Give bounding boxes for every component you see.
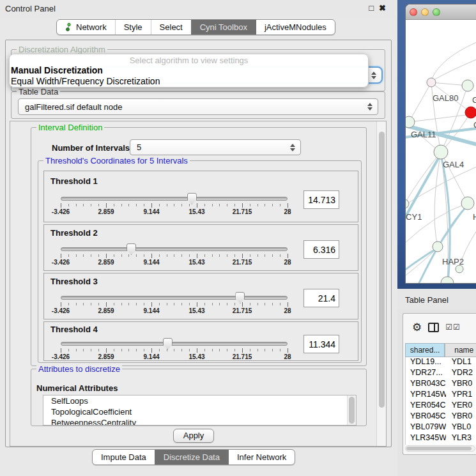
- column-header-name[interactable]: name: [445, 343, 476, 357]
- dropdown-prompt: Select algorithm to view settings: [10, 54, 368, 65]
- settings-scrollpane: Interval Definition Number of Intervals …: [10, 121, 387, 447]
- numerical-attributes-list[interactable]: SelfLoops TopologicalCoefficient Between…: [43, 395, 357, 426]
- table-panel-titlebar: Table Panel: [397, 291, 476, 309]
- node-label-partial-low-right: H: [473, 212, 476, 222]
- threshold-1-slider-handle[interactable]: [187, 193, 197, 204]
- table-toolbar: ⚙ ☑☑: [403, 314, 476, 341]
- mac-zoom-button[interactable]: [433, 8, 440, 16]
- tab-impute-data[interactable]: Impute Data: [93, 450, 155, 464]
- tab-select-label: Select: [160, 22, 183, 32]
- number-of-intervals-combobox[interactable]: 5: [130, 139, 301, 155]
- threshold-3-slider-handle[interactable]: [235, 292, 245, 303]
- list-item[interactable]: BetweennessCentrality: [43, 417, 356, 426]
- float-icon[interactable]: □: [369, 3, 374, 13]
- slider-tick-labels: -3.4262.8599.14415.4321.71528: [61, 259, 288, 266]
- apply-button[interactable]: Apply: [173, 429, 214, 443]
- table-row[interactable]: YBL079WYBL0: [406, 422, 476, 433]
- table-row[interactable]: YLR345WYLR3: [406, 433, 476, 444]
- slider-minor-ticks: [61, 349, 288, 351]
- table-horizontal-scrollbar[interactable]: [405, 445, 475, 452]
- tab-impute-data-label: Impute Data: [101, 452, 146, 462]
- node-partial-top-right[interactable]: [462, 80, 473, 91]
- node-hap2[interactable]: [433, 242, 443, 252]
- network-window[interactable]: GAL80 GA GAL11 C GAL4 GCY1 H HAP2: [405, 4, 476, 284]
- right-region: GAL80 GA GAL11 C GAL4 GCY1 H HAP2 Table …: [397, 0, 476, 476]
- select-columns-icon[interactable]: ☑☑: [445, 323, 461, 332]
- node-gal11[interactable]: [406, 116, 415, 128]
- settings-scrollbar[interactable]: [376, 121, 386, 446]
- threshold-1-value-field[interactable]: [303, 190, 339, 209]
- slider-track[interactable]: [61, 197, 288, 201]
- threshold-4-label: Threshold 4: [50, 325, 98, 334]
- tab-jactivemnodules[interactable]: jActiveMNodules: [256, 20, 335, 35]
- threshold-1-slider[interactable]: -3.4262.8599.14415.4321.71528: [61, 194, 288, 213]
- table-data-combobox-value: galFiltered.sif default node: [25, 102, 122, 112]
- network-window-titlebar[interactable]: [406, 4, 476, 20]
- table-row[interactable]: YER054CYER0: [406, 401, 476, 411]
- combo-arrows-icon: [371, 72, 376, 79]
- table-body[interactable]: YDL19...YDL1 YDR27...YDR2 YBR043CYBR0 YP…: [405, 357, 476, 445]
- table-row[interactable]: YIL052CYIL0: [406, 444, 476, 445]
- node-gal80[interactable]: [427, 78, 436, 87]
- cyni-bottom-tab-bar: Impute Data Discretize Data Infer Networ…: [92, 449, 295, 465]
- node-partial-low-right[interactable]: [461, 197, 474, 210]
- table-row[interactable]: YPR145WYPR1: [406, 390, 476, 401]
- number-of-intervals-label: Number of Intervals: [52, 143, 130, 153]
- threshold-3-value-field[interactable]: [303, 289, 339, 307]
- slider-minor-ticks: [61, 254, 288, 257]
- dropdown-option-manual-discretization[interactable]: Manual Discretization: [10, 65, 368, 76]
- table-row[interactable]: YDL19...YDL1: [406, 357, 476, 368]
- slider-track[interactable]: [61, 247, 288, 251]
- node-label-gal80: GAL80: [433, 93, 458, 103]
- scrollbar-thumb[interactable]: [379, 132, 385, 408]
- columns-icon[interactable]: [428, 323, 439, 332]
- gear-icon[interactable]: ⚙: [412, 322, 422, 333]
- tab-discretize-data[interactable]: Discretize Data: [155, 450, 228, 464]
- threshold-2-value-field[interactable]: [303, 240, 339, 259]
- tab-cyni-toolbox[interactable]: Cyni Toolbox: [191, 20, 256, 35]
- algorithm-dropdown-popup: Select algorithm to view settings Manual…: [9, 54, 369, 88]
- column-header-shared-name[interactable]: shared...: [405, 343, 445, 357]
- control-panel: Control Panel □ ✖ Network Style Select C…: [0, 0, 395, 476]
- threshold-2-slider-handle[interactable]: [127, 243, 136, 255]
- threshold-4-slider[interactable]: -3.4262.8599.14415.4321.71528: [61, 339, 288, 358]
- close-icon[interactable]: ✖: [379, 3, 386, 13]
- dropdown-option-equal-width-frequency[interactable]: Equal Width/Frequency Discretization: [10, 76, 368, 87]
- threshold-3-slider[interactable]: -3.4262.8599.14415.4321.71528: [61, 293, 288, 312]
- tab-network-label: Network: [76, 22, 107, 32]
- list-item[interactable]: SelfLoops: [43, 395, 356, 406]
- table-row[interactable]: YBR043CYBR0: [406, 379, 476, 390]
- node-unlabeled[interactable]: [441, 277, 454, 284]
- tab-style[interactable]: Style: [115, 20, 151, 35]
- tab-cyni-toolbox-label: Cyni Toolbox: [200, 22, 247, 32]
- network-canvas[interactable]: GAL80 GA GAL11 C GAL4 GCY1 H HAP2: [406, 20, 476, 284]
- list-item[interactable]: TopologicalCoefficient: [43, 406, 356, 417]
- discretization-algorithm-group-title: Discretization Algorithm: [17, 45, 107, 54]
- threshold-1-label: Threshold 1: [50, 176, 98, 186]
- tab-infer-network[interactable]: Infer Network: [228, 450, 295, 464]
- threshold-2-label: Threshold 2: [50, 228, 98, 238]
- node-gal4[interactable]: [434, 145, 448, 159]
- slider-track[interactable]: [61, 342, 288, 346]
- threshold-4-value-field[interactable]: [303, 335, 339, 353]
- mac-close-button[interactable]: [410, 8, 417, 16]
- scrollbar-thumb[interactable]: [406, 447, 472, 450]
- tab-style-label: Style: [124, 22, 142, 32]
- interval-definition-group-title: Interval Definition: [36, 123, 104, 132]
- threshold-4-slider-handle[interactable]: [163, 338, 173, 349]
- list-scrollbar[interactable]: [347, 395, 356, 425]
- table-row[interactable]: YDR27...YDR2: [406, 368, 476, 379]
- threshold-2-slider[interactable]: -3.4262.8599.14415.4321.71528: [61, 245, 288, 264]
- tab-discretize-data-label: Discretize Data: [164, 452, 220, 462]
- mac-minimize-button[interactable]: [421, 8, 429, 16]
- tab-network[interactable]: Network: [57, 20, 115, 35]
- table-data-combobox[interactable]: galFiltered.sif default node: [18, 98, 378, 115]
- tab-select[interactable]: Select: [151, 20, 191, 35]
- table-row[interactable]: YBR045CYBR0: [406, 411, 476, 422]
- combo-arrows-icon: [367, 103, 372, 111]
- node-gcy1[interactable]: [406, 199, 409, 208]
- slider-track[interactable]: [61, 296, 288, 300]
- threshold-2-panel: Threshold 2 -3.4262.8599.14415.4321.7152…: [43, 224, 358, 271]
- node-selected-red[interactable]: [465, 107, 476, 118]
- table-data-group-title: Table Data: [17, 87, 60, 96]
